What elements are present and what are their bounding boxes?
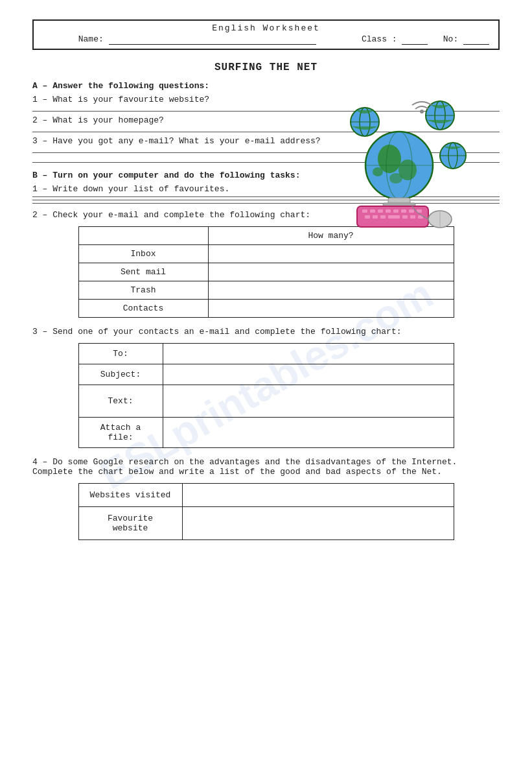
no-label: No: — [443, 34, 458, 44]
email-form-chart: To: Subject: Text: Attach a file: — [78, 343, 454, 448]
to-label: To: — [78, 344, 163, 364]
svg-rect-26 — [409, 209, 414, 213]
header-box: English Worksheet Name: Class : No: — [32, 19, 500, 50]
svg-rect-31 — [388, 215, 400, 219]
name-field: Name: — [43, 34, 351, 45]
text-label: Text: — [78, 385, 163, 418]
task-3-label: 3 – Send one of your contacts an e-mail … — [32, 327, 500, 337]
svg-rect-22 — [378, 209, 383, 213]
svg-rect-30 — [380, 215, 386, 219]
class-underline[interactable] — [402, 34, 428, 45]
section-a-header: A – Answer the following questions: — [32, 81, 500, 91]
task-4-label: 4 – Do some Google research on the advan… — [32, 457, 500, 477]
svg-rect-33 — [410, 215, 415, 219]
svg-rect-32 — [402, 215, 408, 219]
research-chart: Websites visited Favourite website — [78, 483, 454, 540]
svg-point-13 — [389, 173, 402, 184]
attach-label: Attach a file: — [78, 418, 163, 448]
inbox-label: Inbox — [78, 245, 208, 263]
svg-rect-25 — [401, 209, 406, 213]
svg-point-6 — [420, 110, 424, 113]
svg-point-14 — [373, 167, 383, 176]
svg-rect-23 — [386, 209, 391, 213]
svg-rect-21 — [370, 209, 375, 213]
class-no-field: Class : No: — [351, 34, 489, 45]
computer-illustration — [331, 97, 474, 240]
main-title: SURFING THE NET — [32, 62, 500, 73]
sentmail-label: Sent mail — [78, 263, 208, 281]
class-label: Class : — [362, 34, 397, 44]
no-underline[interactable] — [463, 34, 489, 45]
worksheet-title: English Worksheet — [40, 23, 492, 33]
svg-rect-20 — [362, 209, 367, 213]
email-chart: How many? Inbox Sent mail Trash Contacts — [78, 226, 454, 318]
name-underline[interactable] — [109, 34, 316, 45]
favourite-website-label: Favourite website — [78, 507, 182, 540]
trash-label: Trash — [78, 281, 208, 300]
websites-visited-label: Websites visited — [78, 484, 182, 507]
subject-label: Subject: — [78, 364, 163, 385]
svg-rect-28 — [365, 215, 370, 219]
header-info: Name: Class : No: — [40, 33, 492, 46]
name-label: Name: — [78, 34, 104, 44]
contacts-label: Contacts — [78, 300, 208, 318]
svg-rect-29 — [373, 215, 378, 219]
svg-rect-24 — [393, 209, 399, 213]
